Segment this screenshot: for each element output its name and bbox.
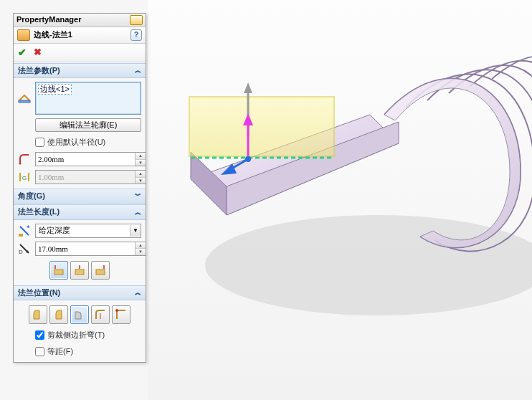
gap-distance-icon: G — [18, 171, 31, 184]
chevron-up-icon: ︽ — [135, 67, 141, 75]
pos-bend-outside-button[interactable] — [70, 305, 89, 324]
edge-flange-icon — [17, 29, 30, 41]
svg-rect-12 — [75, 270, 84, 275]
svg-point-15 — [115, 309, 118, 312]
length-inner-button[interactable] — [70, 261, 89, 280]
svg-rect-6 — [19, 100, 30, 103]
section-header-params[interactable]: 法兰参数(P) ︽ — [14, 63, 146, 78]
edges-icon — [18, 92, 31, 105]
chevron-down-icon[interactable]: ▼ — [130, 225, 141, 237]
section-flange-length: 法兰长度(L) ︽ 给定深度 ▼ D — [14, 204, 146, 284]
position-option-buttons — [18, 304, 141, 325]
svg-rect-11 — [54, 270, 63, 275]
feature-header: 边线-法兰1 ? — [14, 27, 146, 44]
bend-radius-input[interactable]: ▲▼ — [35, 152, 146, 166]
gap-distance-input: ▲▼ — [35, 170, 146, 184]
graphics-viewport[interactable] — [148, 0, 532, 400]
flange-depth-input[interactable]: ▲▼ — [35, 242, 146, 256]
svg-point-0 — [205, 215, 532, 315]
pos-material-outside-button[interactable] — [49, 305, 68, 324]
use-default-radius-checkbox[interactable]: 使用默认半径(U) — [35, 138, 105, 147]
feature-name: 边线-法兰1 — [34, 30, 72, 39]
svg-text:D: D — [19, 249, 23, 255]
edge-item[interactable]: 边线<1> — [38, 84, 72, 95]
spinner[interactable]: ▲▼ — [135, 153, 146, 166]
pos-virtual-sharp-button[interactable] — [112, 305, 130, 324]
section-flange-position: 法兰位置(N) ︽ 剪裁侧边折弯(T) — [14, 285, 146, 362]
pos-material-inside-button[interactable] — [29, 305, 47, 324]
svg-rect-9 — [19, 234, 23, 237]
svg-rect-13 — [96, 270, 105, 275]
chevron-down-icon: ︾ — [135, 192, 141, 200]
ok-button[interactable]: ✔ — [18, 47, 27, 59]
property-manager-panel: PropertyManager 边线-法兰1 ? ✔ ✖ 法兰参数(P) ︽ — [13, 13, 146, 363]
pos-offset-button[interactable] — [91, 305, 110, 324]
chevron-up-icon: ︽ — [135, 289, 141, 297]
pm-title: PropertyManager — [16, 15, 81, 24]
offset-checkbox[interactable]: 等距(F) — [35, 347, 73, 356]
edge-selection-list[interactable]: 边线<1> — [35, 82, 141, 115]
length-option-buttons — [18, 259, 141, 281]
section-header-position[interactable]: 法兰位置(N) ︽ — [14, 285, 146, 300]
depth-icon: D — [18, 242, 31, 255]
model-3d — [148, 0, 532, 400]
trim-side-bends-checkbox[interactable]: 剪裁侧边折弯(T) — [35, 330, 105, 340]
svg-text:G: G — [22, 175, 27, 181]
section-flange-params: 法兰参数(P) ︽ 边线<1> 编辑法兰轮廓(E) — [14, 62, 146, 188]
end-condition-icon[interactable] — [18, 224, 31, 237]
help-button[interactable]: ? — [130, 29, 142, 41]
app-root: PropertyManager 边线-法兰1 ? ✔ ✖ 法兰参数(P) ︽ — [0, 0, 532, 400]
bend-radius-icon — [18, 153, 31, 166]
section-header-angle[interactable]: 角度(G) ︾ — [14, 189, 146, 204]
section-header-length[interactable]: 法兰长度(L) ︽ — [14, 204, 146, 219]
flange-preview-plane — [189, 97, 334, 158]
spinner[interactable]: ▲▼ — [135, 242, 146, 255]
length-outer-button[interactable] — [49, 261, 68, 280]
chevron-up-icon: ︽ — [135, 209, 141, 216]
pin-icon[interactable] — [130, 15, 143, 25]
edit-flange-profile-button[interactable]: 编辑法兰轮廓(E) — [35, 118, 141, 132]
length-tangent-button[interactable] — [91, 261, 110, 280]
cancel-button[interactable]: ✖ — [34, 47, 42, 59]
svg-point-5 — [245, 156, 251, 162]
confirm-row: ✔ ✖ — [14, 44, 146, 62]
svg-point-7 — [19, 163, 22, 165]
pm-titlebar: PropertyManager — [14, 14, 146, 27]
end-condition-combo[interactable]: 给定深度 ▼ — [35, 224, 141, 238]
section-angle: 角度(G) ︾ — [14, 188, 146, 204]
